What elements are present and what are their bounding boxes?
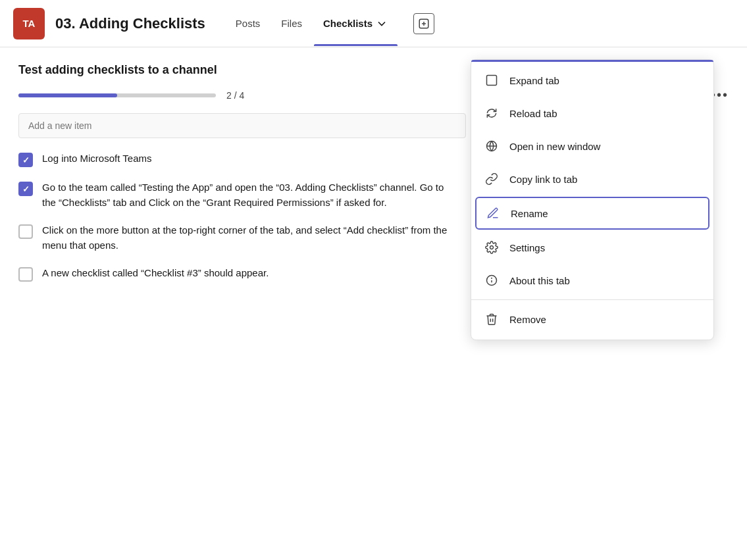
checkbox-1[interactable]: [18, 153, 33, 167]
menu-item-open-window-label: Open in new window: [509, 141, 600, 152]
nav-tabs: Posts Files Checklists: [226, 13, 398, 34]
add-item-input[interactable]: [18, 113, 466, 138]
reload-icon: [484, 106, 499, 120]
add-tab-button[interactable]: [413, 13, 434, 34]
menu-item-expand-label: Expand tab: [509, 75, 559, 86]
menu-item-reload[interactable]: Reload tab: [471, 97, 713, 130]
menu-item-copy-link[interactable]: Copy link to tab: [471, 163, 713, 195]
chevron-down-icon: [375, 17, 388, 30]
pencil-icon: [486, 206, 500, 220]
tab-files[interactable]: Files: [272, 14, 311, 33]
menu-item-about-label: About this tab: [509, 275, 570, 286]
info-icon: [484, 273, 499, 288]
menu-item-copy-link-label: Copy link to tab: [509, 174, 577, 185]
checkbox-2[interactable]: [18, 182, 33, 196]
progress-text: 2 / 4: [226, 90, 244, 101]
item-text-3: Click on the more button at the top-righ…: [42, 223, 450, 253]
tab-posts[interactable]: Posts: [226, 14, 270, 33]
link-icon: [484, 172, 499, 186]
item-text-4: A new checklist called “Checklist #3” sh…: [42, 266, 269, 281]
dropdown-menu: Expand tab Reload tab Open in new window: [471, 59, 714, 340]
header: TA 03. Adding Checklists Posts Files Che…: [0, 0, 747, 47]
menu-item-settings-label: Settings: [509, 242, 545, 253]
svg-point-6: [490, 246, 494, 249]
item-text-2: Go to the team called “Testing the App” …: [42, 180, 450, 210]
trash-icon: [484, 312, 499, 326]
menu-item-rename-label: Rename: [511, 208, 548, 219]
tab-checklists-label: Checklists: [323, 18, 373, 29]
avatar: TA: [13, 8, 45, 39]
checkbox-4[interactable]: [18, 267, 33, 282]
checkbox-3[interactable]: [18, 224, 33, 239]
item-text-1: Log into Microsoft Teams: [42, 151, 151, 166]
gear-icon: [484, 240, 499, 255]
menu-item-remove-label: Remove: [509, 314, 546, 325]
menu-item-rename[interactable]: Rename: [475, 197, 709, 230]
globe-icon: [484, 139, 499, 153]
menu-item-remove[interactable]: Remove: [471, 303, 713, 336]
progress-bar-fill: [18, 93, 117, 97]
channel-title: 03. Adding Checklists: [55, 15, 205, 32]
menu-item-about[interactable]: About this tab: [471, 264, 713, 297]
menu-item-settings[interactable]: Settings: [471, 231, 713, 264]
svg-rect-3: [487, 76, 497, 86]
menu-item-open-window[interactable]: Open in new window: [471, 130, 713, 163]
menu-item-expand[interactable]: Expand tab: [471, 64, 713, 97]
progress-bar-container: [18, 93, 216, 97]
expand-icon: [484, 73, 499, 88]
menu-item-reload-label: Reload tab: [509, 108, 557, 119]
tab-checklists[interactable]: Checklists: [314, 13, 398, 34]
menu-divider: [471, 299, 713, 300]
